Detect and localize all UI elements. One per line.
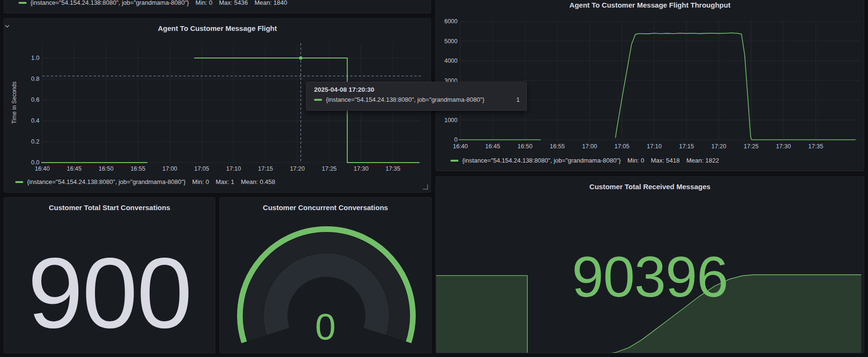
- panel-customer-concurrent-conversations: Customer Concurrent Conversations 0: [219, 197, 431, 353]
- grafana-dashboard: {instance="54.154.24.138:8080", job="gra…: [0, 0, 868, 357]
- x-axis-tick-label: 16:55: [127, 165, 149, 173]
- panel-partial-top: {instance="54.154.24.138:8080", job="gra…: [4, 0, 431, 13]
- x-axis-tick-label: 16:45: [482, 143, 504, 150]
- tooltip-series-row: {instance="54.154.24.138:8080", job="gra…: [314, 96, 520, 103]
- legend-row: {instance="54.154.24.138:8080", job="gra…: [19, 0, 287, 6]
- gauge-value: 0: [220, 308, 431, 345]
- stat-value: 900: [4, 243, 215, 343]
- legend-series-label[interactable]: {instance="54.154.24.138:8080", job="gra…: [27, 178, 186, 185]
- panel-title[interactable]: Agent To Customer Message Flight: [158, 24, 277, 32]
- legend-min: Min: 0: [192, 178, 209, 185]
- series-color-swatch: [15, 181, 23, 183]
- panel-title[interactable]: Customer Total Start Conversations: [4, 203, 215, 212]
- x-axis-tick-label: 17:25: [318, 165, 340, 173]
- legend-series-label[interactable]: {instance="54.154.24.138:8080", job="gra…: [30, 0, 189, 6]
- x-axis-tick-label: 16:55: [546, 143, 568, 150]
- x-axis-tick-label: 17:10: [223, 165, 245, 173]
- y-axis-tick-label: 4000: [439, 57, 458, 65]
- x-axis-tick-label: 16:50: [95, 165, 117, 173]
- series-color-swatch: [450, 160, 458, 162]
- legend-mean: Mean: 0.458: [241, 178, 275, 185]
- x-axis-tick-label: 16:40: [449, 143, 471, 150]
- y-axis-tick-label: 0.8: [20, 75, 39, 83]
- x-axis-tick-label: 17:30: [773, 143, 794, 150]
- x-axis-tick-label: 16:40: [31, 165, 53, 173]
- panel-customer-total-start-conversations: Customer Total Start Conversations 900: [4, 197, 215, 353]
- y-axis-tick-label: 0.6: [20, 96, 39, 104]
- legend-min: Min: 0: [196, 0, 212, 6]
- x-axis-tick-label: 17:35: [382, 165, 404, 173]
- x-axis-tick-label: 17:35: [805, 143, 827, 150]
- tooltip-series-value: 1: [511, 96, 520, 103]
- x-axis-tick-label: 16:45: [63, 165, 85, 173]
- legend-mean: Mean: 1840: [255, 0, 287, 6]
- y-axis-tick-label: 0.2: [20, 138, 39, 145]
- legend-mean: Mean: 1822: [687, 157, 719, 164]
- series-color-swatch: [314, 99, 322, 101]
- legend-series-label[interactable]: {instance="54.154.24.138:8080", job="gra…: [462, 157, 621, 164]
- x-axis-tick-label: 17:20: [286, 165, 308, 173]
- legend-max: Max: 5436: [219, 0, 248, 6]
- panel-resize-handle[interactable]: [423, 184, 428, 190]
- x-axis-tick-label: 16:50: [514, 143, 536, 150]
- chart-tooltip: 2025-04-08 17:20:30 {instance="54.154.24…: [306, 82, 527, 111]
- chevron-down-icon[interactable]: [4, 24, 10, 28]
- panel-title-row[interactable]: Agent To Customer Message Flight: [4, 24, 430, 32]
- series-color-swatch: [19, 2, 27, 4]
- x-axis-tick-label: 17:30: [350, 165, 372, 173]
- tooltip-timestamp: 2025-04-08 17:20:30: [314, 86, 520, 93]
- y-axis-tick-label: 0.4: [20, 117, 39, 125]
- legend-min: Min: 0: [628, 157, 644, 164]
- series-line: [615, 33, 856, 140]
- x-axis-tick-label: 17:25: [740, 143, 762, 150]
- panel-title[interactable]: Customer Total Received Messages: [436, 183, 864, 191]
- tooltip-series-label: {instance="54.154.24.138:8080", job="gra…: [326, 96, 485, 103]
- x-axis-tick-label: 17:10: [643, 143, 665, 150]
- x-axis-tick-label: 17:00: [159, 165, 181, 173]
- x-axis-tick-label: 17:15: [255, 165, 277, 173]
- y-axis-tick-label: 1.0: [20, 54, 39, 62]
- y-axis-tick-label: 1000: [439, 116, 458, 124]
- legend-max: Max: 1: [216, 178, 234, 185]
- x-axis-tick-label: 17:00: [579, 143, 601, 150]
- hovered-data-point: [299, 57, 303, 60]
- x-axis-tick-label: 17:05: [191, 165, 213, 173]
- stat-value: 90396: [436, 248, 864, 305]
- panel-title-row[interactable]: Agent To Customer Message Flight Through…: [436, 1, 864, 9]
- y-axis-tick-label: 6000: [439, 18, 458, 25]
- x-axis-tick-label: 17:20: [708, 143, 730, 150]
- y-axis-tick-label: 5000: [439, 38, 458, 45]
- panel-title[interactable]: Agent To Customer Message Flight Through…: [570, 1, 731, 9]
- panel-customer-total-received-messages: Customer Total Received Messages 90396: [436, 176, 864, 353]
- x-axis-tick-label: 17:05: [611, 143, 633, 150]
- x-axis-tick-label: 17:15: [676, 143, 697, 150]
- y-axis-label: Time in Seconds: [11, 77, 18, 129]
- legend-max: Max: 5418: [651, 157, 680, 164]
- legend-row: {instance="54.154.24.138:8080", job="gra…: [15, 178, 275, 185]
- legend-row: {instance="54.154.24.138:8080", job="gra…: [450, 157, 719, 164]
